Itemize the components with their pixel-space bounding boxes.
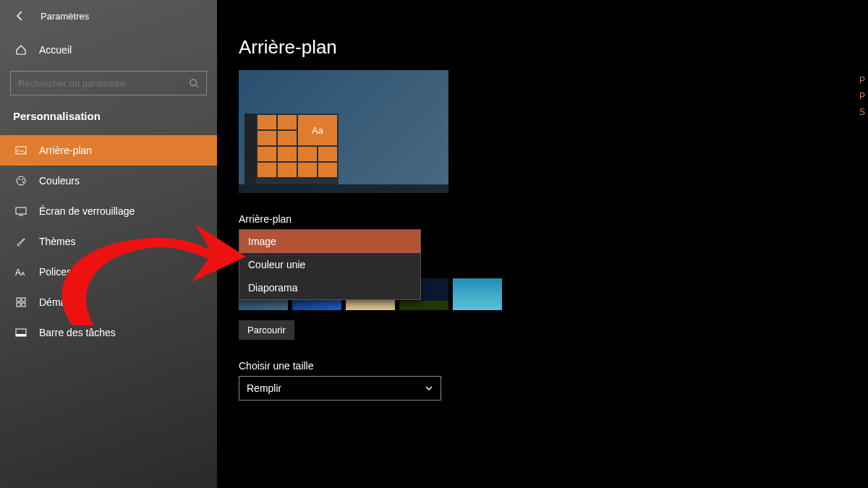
dropdown-option-solidcolor[interactable]: Couleur unie bbox=[239, 253, 420, 276]
nav-label: Arrière-plan bbox=[39, 145, 92, 156]
background-label: Arrière-plan bbox=[239, 213, 868, 225]
nav-label: Thèmes bbox=[39, 236, 76, 247]
svg-rect-14 bbox=[16, 334, 26, 336]
svg-rect-11 bbox=[17, 303, 20, 307]
monitor-icon bbox=[14, 205, 27, 218]
dropdown-option-image[interactable]: Image bbox=[239, 230, 420, 253]
home-icon bbox=[14, 43, 27, 56]
section-title: Personnalisation bbox=[0, 107, 217, 135]
nav-label: Couleurs bbox=[39, 175, 80, 187]
nav-label: Démarrer bbox=[39, 296, 82, 308]
svg-point-5 bbox=[22, 181, 24, 183]
back-button[interactable] bbox=[13, 9, 27, 23]
brush-icon bbox=[14, 235, 27, 248]
main-content: Arrière-plan Aa Arrière-plan Image Coule… bbox=[239, 36, 868, 401]
desktop-preview: Aa bbox=[239, 70, 448, 193]
font-icon: AA bbox=[14, 265, 27, 278]
preview-tile-aa: Aa bbox=[298, 115, 337, 145]
dropdown-option-slideshow[interactable]: Diaporama bbox=[239, 276, 420, 299]
background-dropdown[interactable]: Image Couleur unie Diaporama bbox=[239, 229, 421, 300]
chevron-down-icon bbox=[425, 384, 433, 393]
start-icon bbox=[14, 296, 27, 309]
fit-value: Remplir bbox=[247, 382, 281, 394]
svg-rect-12 bbox=[22, 303, 25, 307]
svg-rect-6 bbox=[16, 207, 26, 214]
search-input[interactable] bbox=[18, 78, 189, 89]
nav-item-fonts[interactable]: AA Polices bbox=[0, 257, 217, 287]
fit-label: Choisir une taille bbox=[239, 360, 868, 372]
nav-item-background[interactable]: Arrière-plan bbox=[0, 135, 217, 166]
fit-select[interactable]: Remplir bbox=[239, 376, 441, 401]
picture-icon bbox=[14, 144, 27, 157]
search-icon bbox=[189, 78, 199, 88]
arrow-left-icon bbox=[14, 10, 26, 22]
right-panel-peek: P P S bbox=[859, 72, 868, 120]
svg-text:A: A bbox=[15, 267, 21, 277]
home-label: Accueil bbox=[39, 44, 72, 56]
nav-item-start[interactable]: Démarrer bbox=[0, 287, 217, 317]
svg-point-4 bbox=[22, 179, 23, 180]
nav-item-themes[interactable]: Thèmes bbox=[0, 226, 217, 257]
home-nav[interactable]: Accueil bbox=[0, 36, 217, 67]
nav-item-colors[interactable]: Couleurs bbox=[0, 166, 217, 196]
page-title: Arrière-plan bbox=[239, 36, 868, 59]
nav-item-lockscreen[interactable]: Écran de verrouillage bbox=[0, 196, 217, 226]
svg-point-3 bbox=[19, 179, 20, 180]
svg-text:A: A bbox=[21, 270, 25, 277]
taskbar-icon bbox=[14, 326, 27, 339]
nav-label: Barre des tâches bbox=[39, 327, 116, 338]
nav-label: Polices bbox=[39, 266, 72, 278]
nav-item-taskbar[interactable]: Barre des tâches bbox=[0, 317, 217, 348]
svg-rect-9 bbox=[17, 298, 20, 301]
sidebar: Paramètres Accueil Personnalisation Arri… bbox=[0, 0, 217, 488]
browse-button[interactable]: Parcourir bbox=[239, 320, 294, 340]
svg-point-0 bbox=[190, 80, 197, 86]
nav-label: Écran de verrouillage bbox=[39, 205, 135, 217]
palette-icon bbox=[14, 174, 27, 187]
svg-point-2 bbox=[17, 176, 25, 185]
app-title: Paramètres bbox=[41, 11, 89, 22]
search-box[interactable] bbox=[10, 71, 207, 95]
thumb-5[interactable] bbox=[453, 278, 502, 310]
svg-rect-10 bbox=[22, 298, 25, 301]
